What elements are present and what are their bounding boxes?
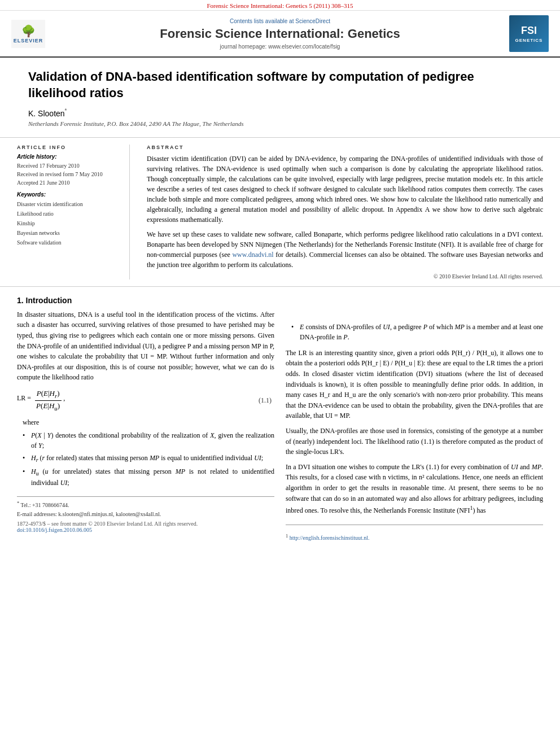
author-name: K. Slooten* [28,108,532,118]
journal-citation-bar: Forensic Science International: Genetics… [0,0,560,11]
formula-comma: , [63,393,65,404]
fsi-sublabel: GENETICS [515,38,543,43]
abstract-paragraph-2: We have set up these cases to validate n… [147,229,543,270]
article-info-column: ARTICLE INFO Article history: Received 1… [17,145,130,279]
bullet-list-right: E consists of DNA-profiles of UI, a pedi… [291,322,543,342]
elsevier-logo: 🌳 ELSEVIER [11,20,51,48]
footnote-marker-text: * Tel.: +31 708666744. [17,500,274,509]
bullet-list-left: P(X | Y) denotes the conditional probabi… [23,430,274,488]
formula-fraction: P(E|Hr) P(E|Hu) [34,388,62,413]
dnadvi-link[interactable]: www.dnadvi.nl [232,251,273,259]
keyword-1: Disaster victim identification [17,199,121,209]
formula-denominator: P(E|Hu) [34,401,62,413]
body-section: 1. Introduction In disaster situations, … [0,287,560,548]
footnote-section: * Tel.: +31 708666744. E-mail addresses:… [17,496,274,532]
copyright-line: © 2010 Elsevier Ireland Ltd. All rights … [147,273,543,279]
footnote-email: k.slooten@nfi.minjus.nl, kalooten@xs4all… [58,511,161,517]
keyword-4: Bayesian networks [17,228,121,238]
formula-numerator: P(E|Hr) [35,388,62,401]
right-footnote-num: 1 [286,534,288,539]
footnote-email-label: E-mail addresses: [17,511,57,517]
journal-citation-text: Forensic Science International: Genetics… [207,2,353,9]
formula-lr-label: LR = [17,393,33,404]
footnote-email-line: E-mail addresses: k.slooten@nfi.minjus.n… [17,510,274,518]
body-left-column: 1. Introduction In disaster situations, … [17,292,274,542]
journal-center: Contents lists available at ScienceDirec… [56,18,504,50]
journal-title: Forensic Science International: Genetics [56,27,504,41]
keyword-3: Kinship [17,219,121,228]
right-footnote-url[interactable]: http://english.forensischinstituut.nl. [290,535,370,541]
doi-line: doi:10.1016/j.fsigen.2010.06.005 [17,527,274,533]
elsevier-tree-icon: 🌳 [21,24,36,38]
article-info-label: ARTICLE INFO [17,145,121,150]
formula-lr-block: LR = P(E|Hr) P(E|Hu) , (1.1) [17,388,274,413]
abstract-label: ABSTRACT [147,145,543,150]
journal-url: journal homepage: www.elsevier.com/locat… [56,43,504,50]
author-marker: * [65,108,67,114]
bullet-item-2: Hr (r for related) states that missing p… [23,453,274,464]
where-label: where [23,418,274,427]
right-paragraph-3: In a DVI situation one wishes to compute… [286,462,543,516]
charge-word: charge [515,241,533,248]
journal-header: 🌳 ELSEVIER Contents lists available at S… [0,11,560,58]
keywords-label: Keywords: [17,191,121,198]
right-footnote-section: 1 http://english.forensischinstituut.nl. [286,525,543,542]
keyword-2: Likelihood ratio [17,209,121,219]
section1-title: 1. Introduction [17,296,274,305]
formula-number: (1.1) [259,396,274,405]
article-info-abstract-section: ARTICLE INFO Article history: Received 1… [0,138,560,287]
article-title-section: Validation of DNA-based identification s… [0,58,560,138]
article-title: Validation of DNA-based identification s… [28,69,532,101]
intro-paragraph-1: In disaster situations, DNA is a useful … [17,309,274,383]
sciencedirect-link[interactable]: Contents lists available at ScienceDirec… [56,18,504,24]
accepted-date: Accepted 21 June 2010 [17,178,121,187]
abstract-paragraph-1: Disaster victim identification (DVI) can… [147,154,543,225]
right-footnote-text: 1 http://english.forensischinstituut.nl. [286,533,543,542]
article-history-label: Article history: [17,154,121,160]
bullet-item-3: Hu (u for unrelated) states that missing… [23,466,274,488]
right-paragraph-1: The LR is an interesting quantity since,… [286,348,543,421]
right-paragraph-2: Usually, the DNA-profiles are those used… [286,426,543,457]
body-right-column: E consists of DNA-profiles of UI, a pedi… [286,292,543,542]
abstract-column: ABSTRACT Disaster victim identification … [141,145,543,279]
bullet-item-1: P(X | Y) denotes the conditional probabi… [23,430,274,451]
elsevier-brand-text: ELSEVIER [14,38,43,43]
author-affiliation: Netherlands Forensic Institute, P.O. Box… [28,120,532,127]
bullet-item-e: E consists of DNA-profiles of UI, a pedi… [291,322,543,342]
footnote-tel: Tel.: +31 708666744. [21,503,69,509]
fsi-label: FSI [521,25,537,37]
keyword-5: Software validation [17,238,121,247]
received-revised-date: Received in revised form 7 May 2010 [17,170,121,178]
received-date-1: Received 17 February 2010 [17,161,121,170]
fsi-logo: FSI GENETICS [509,15,549,52]
keywords-list: Disaster victim identification Likelihoo… [17,199,121,247]
issn-line: 1872-4973/$ – see front matter © 2010 El… [17,521,274,527]
